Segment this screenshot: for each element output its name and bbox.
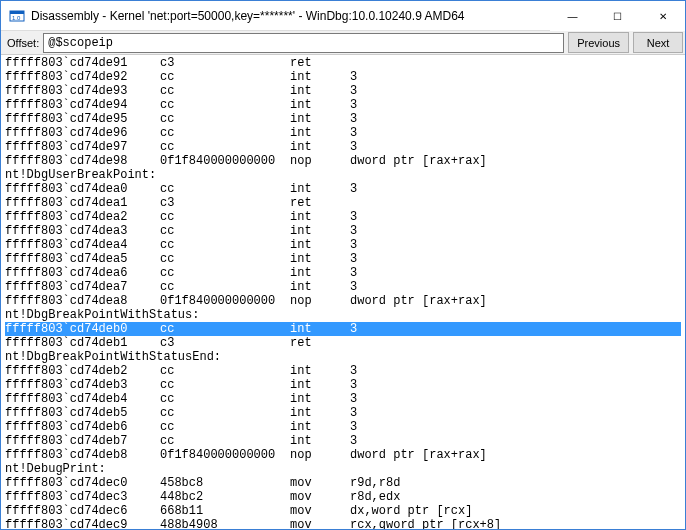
offset-label: Offset: (7, 37, 39, 49)
maximize-icon: ☐ (613, 11, 622, 22)
disasm-row[interactable]: fffff803`cd74dea2 cc int 3 (5, 210, 681, 224)
titlebar[interactable]: 1.0 Disassembly - Kernel 'net:port=50000… (1, 1, 685, 31)
mnemonic: int (290, 392, 350, 406)
disasm-row[interactable]: fffff803`cd74dec0 458bc8 mov r9d,r8d (5, 476, 681, 490)
operands: 3 (350, 420, 357, 434)
disasm-row[interactable]: fffff803`cd74dea6 cc int 3 (5, 266, 681, 280)
disasm-row[interactable]: fffff803`cd74dea1 c3 ret (5, 196, 681, 210)
symbol-line: nt!DbgBreakPointWithStatusEnd: (5, 350, 681, 364)
mnemonic: int (290, 98, 350, 112)
symbol-line: nt!DbgUserBreakPoint: (5, 168, 681, 182)
address: fffff803`cd74de95 (5, 112, 160, 126)
disasm-row[interactable]: fffff803`cd74deb1 c3 ret (5, 336, 681, 350)
mnemonic: int (290, 252, 350, 266)
disasm-row[interactable]: fffff803`cd74de92 cc int 3 (5, 70, 681, 84)
bytes: cc (160, 322, 290, 336)
mnemonic: int (290, 182, 350, 196)
symbol-line: nt!DbgBreakPointWithStatus: (5, 308, 681, 322)
operands: 3 (350, 322, 357, 336)
bytes: cc (160, 364, 290, 378)
disasm-row[interactable]: fffff803`cd74deb7 cc int 3 (5, 434, 681, 448)
operands: 3 (350, 126, 357, 140)
bytes: cc (160, 84, 290, 98)
disasm-row[interactable]: fffff803`cd74deb4 cc int 3 (5, 392, 681, 406)
disasm-row[interactable]: fffff803`cd74deb2 cc int 3 (5, 364, 681, 378)
mnemonic: int (290, 322, 350, 336)
address: fffff803`cd74deb6 (5, 420, 160, 434)
mnemonic: int (290, 238, 350, 252)
address: fffff803`cd74de92 (5, 70, 160, 84)
offset-input[interactable] (43, 33, 564, 53)
mnemonic: int (290, 434, 350, 448)
next-button[interactable]: Next (633, 32, 683, 53)
disasm-row[interactable]: fffff803`cd74deb8 0f1f840000000000 nop d… (5, 448, 681, 462)
disasm-row[interactable]: fffff803`cd74dec9 488b4908 mov rcx,qword… (5, 518, 681, 530)
window-controls: — ☐ ✕ (550, 1, 685, 30)
disasm-row[interactable]: fffff803`cd74de93 cc int 3 (5, 84, 681, 98)
disasm-row[interactable]: fffff803`cd74dea4 cc int 3 (5, 238, 681, 252)
previous-button[interactable]: Previous (568, 32, 629, 53)
address: fffff803`cd74deb2 (5, 364, 160, 378)
address: fffff803`cd74de97 (5, 140, 160, 154)
address: fffff803`cd74dea2 (5, 210, 160, 224)
address: fffff803`cd74dec3 (5, 490, 160, 504)
operands: 3 (350, 252, 357, 266)
operands: 3 (350, 266, 357, 280)
mnemonic: int (290, 210, 350, 224)
mnemonic: mov (290, 476, 350, 490)
mnemonic: int (290, 406, 350, 420)
mnemonic: int (290, 364, 350, 378)
disasm-row[interactable]: fffff803`cd74dea5 cc int 3 (5, 252, 681, 266)
disasm-row[interactable]: fffff803`cd74deb3 cc int 3 (5, 378, 681, 392)
mnemonic: mov (290, 518, 350, 530)
minimize-button[interactable]: — (550, 1, 595, 31)
bytes: 488b4908 (160, 518, 290, 530)
close-button[interactable]: ✕ (640, 1, 685, 31)
operands: 3 (350, 434, 357, 448)
address: fffff803`cd74de98 (5, 154, 160, 168)
disasm-row[interactable]: fffff803`cd74dea7 cc int 3 (5, 280, 681, 294)
disasm-row[interactable]: fffff803`cd74dea0 cc int 3 (5, 182, 681, 196)
disasm-row[interactable]: fffff803`cd74dea8 0f1f840000000000 nop d… (5, 294, 681, 308)
disasm-row[interactable]: fffff803`cd74de95 cc int 3 (5, 112, 681, 126)
disasm-row[interactable]: fffff803`cd74dec6 668b11 mov dx,word ptr… (5, 504, 681, 518)
disasm-row[interactable]: fffff803`cd74deb6 cc int 3 (5, 420, 681, 434)
operands: 3 (350, 210, 357, 224)
operands: dword ptr [rax+rax] (350, 448, 487, 462)
bytes: 0f1f840000000000 (160, 448, 290, 462)
address: fffff803`cd74de91 (5, 56, 160, 70)
disassembly-pane[interactable]: fffff803`cd74de91 c3 ret fffff803`cd74de… (1, 55, 685, 530)
minimize-icon: — (568, 11, 578, 22)
address: fffff803`cd74dec6 (5, 504, 160, 518)
address: fffff803`cd74de93 (5, 84, 160, 98)
svg-rect-1 (10, 11, 24, 14)
address: fffff803`cd74deb8 (5, 448, 160, 462)
disasm-row[interactable]: fffff803`cd74dec3 448bc2 mov r8d,edx (5, 490, 681, 504)
address: fffff803`cd74dec0 (5, 476, 160, 490)
svg-text:1.0: 1.0 (12, 15, 21, 21)
disasm-row[interactable]: fffff803`cd74deb5 cc int 3 (5, 406, 681, 420)
bytes: 0f1f840000000000 (160, 294, 290, 308)
disasm-row[interactable]: fffff803`cd74de91 c3 ret (5, 56, 681, 70)
maximize-button[interactable]: ☐ (595, 1, 640, 31)
mnemonic: mov (290, 504, 350, 518)
bytes: 458bc8 (160, 476, 290, 490)
operands: 3 (350, 182, 357, 196)
disasm-row[interactable]: fffff803`cd74de94 cc int 3 (5, 98, 681, 112)
disasm-row[interactable]: fffff803`cd74de96 cc int 3 (5, 126, 681, 140)
address: fffff803`cd74dea1 (5, 196, 160, 210)
bytes: cc (160, 434, 290, 448)
mnemonic: ret (290, 56, 350, 70)
mnemonic: int (290, 70, 350, 84)
address: fffff803`cd74deb7 (5, 434, 160, 448)
operands: 3 (350, 70, 357, 84)
bytes: cc (160, 224, 290, 238)
disasm-row[interactable]: fffff803`cd74deb0 cc int 3 (5, 322, 681, 336)
disasm-row[interactable]: fffff803`cd74dea3 cc int 3 (5, 224, 681, 238)
disasm-row[interactable]: fffff803`cd74de97 cc int 3 (5, 140, 681, 154)
operands: 3 (350, 140, 357, 154)
address: fffff803`cd74de94 (5, 98, 160, 112)
disasm-row[interactable]: fffff803`cd74de98 0f1f840000000000 nop d… (5, 154, 681, 168)
bytes: cc (160, 112, 290, 126)
bytes: cc (160, 252, 290, 266)
